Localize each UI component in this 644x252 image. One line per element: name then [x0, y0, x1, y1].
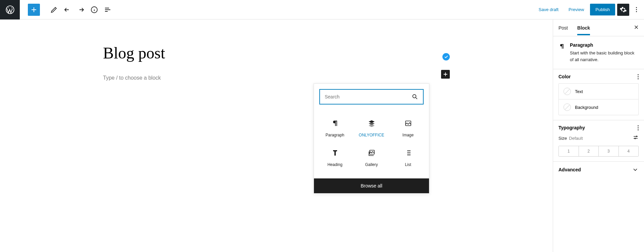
block-inserter-popup: Paragraph ONLYOFFICE Image Heading Galle… — [314, 83, 429, 194]
inserter-search-input[interactable] — [325, 94, 412, 99]
color-panel-title: Color — [558, 74, 571, 79]
editor-canvas: Blog post Type / to choose a block Parag… — [0, 19, 553, 252]
more-options-button[interactable] — [631, 2, 641, 17]
close-panel-button[interactable] — [633, 24, 639, 31]
image-icon — [404, 119, 412, 127]
toolbar-tools — [48, 4, 114, 16]
sidebar-tabs: Post Block — [553, 19, 644, 36]
svg-point-6 — [635, 138, 636, 139]
color-row-label: Text — [575, 89, 583, 94]
color-row-background[interactable]: Background — [559, 99, 638, 115]
block-item-label: Paragraph — [325, 133, 344, 137]
block-info: Paragraph Start with the basic building … — [553, 36, 644, 69]
inserter-block-grid: Paragraph ONLYOFFICE Image Heading Galle… — [314, 110, 429, 178]
settings-button[interactable] — [617, 4, 629, 16]
browse-all-button[interactable]: Browse all — [314, 178, 429, 193]
accessibility-check-badge[interactable] — [442, 53, 450, 60]
size-value: Default — [569, 136, 583, 141]
advanced-panel-title: Advanced — [558, 167, 581, 172]
size-preset-buttons: 1 2 3 4 — [558, 146, 639, 157]
outline-button[interactable] — [102, 4, 114, 16]
more-vertical-icon — [638, 74, 639, 79]
undo-icon — [63, 6, 71, 14]
paragraph-icon — [558, 42, 565, 63]
color-row-text[interactable]: Text — [559, 84, 638, 99]
custom-size-toggle[interactable] — [633, 134, 639, 142]
info-button[interactable] — [88, 4, 100, 16]
block-item-label: ONLYOFFICE — [359, 133, 384, 137]
color-panel-options[interactable] — [638, 74, 639, 79]
gear-icon — [620, 6, 627, 13]
block-item-onlyoffice[interactable]: ONLYOFFICE — [353, 113, 390, 143]
more-vertical-icon — [636, 7, 637, 12]
svg-point-5 — [636, 136, 637, 137]
edit-tool-button[interactable] — [48, 4, 60, 16]
color-panel: Color Text Background — [553, 69, 644, 120]
plus-icon — [30, 6, 38, 14]
onlyoffice-icon — [368, 119, 376, 127]
size-preset-1[interactable]: 1 — [559, 146, 579, 156]
tab-block[interactable]: Block — [577, 20, 590, 35]
info-icon — [90, 6, 98, 14]
sliders-icon — [633, 134, 639, 140]
typography-panel-options[interactable] — [638, 125, 639, 130]
typography-panel-title: Typography — [558, 125, 585, 130]
gallery-icon — [368, 149, 376, 157]
block-item-heading[interactable]: Heading — [317, 143, 353, 172]
tab-post[interactable]: Post — [558, 20, 568, 35]
search-icon — [412, 93, 418, 100]
size-preset-4[interactable]: 4 — [619, 146, 639, 156]
size-label: Size — [558, 136, 567, 141]
size-preset-3[interactable]: 3 — [599, 146, 619, 156]
paragraph-icon — [331, 119, 339, 127]
typography-panel: Typography Size Default 1 2 3 4 — [553, 120, 644, 162]
color-row-label: Background — [575, 105, 598, 110]
list-view-icon — [104, 6, 112, 14]
block-item-image[interactable]: Image — [390, 113, 426, 143]
block-placeholder[interactable]: Type / to choose a block — [103, 75, 553, 81]
font-size-control: Size Default — [558, 134, 639, 142]
inserter-search[interactable] — [319, 89, 424, 104]
heading-icon — [331, 149, 339, 157]
chevron-down-icon — [632, 166, 639, 173]
redo-icon — [77, 6, 85, 14]
size-preset-2[interactable]: 2 — [579, 146, 599, 156]
block-item-label: Gallery — [365, 162, 378, 167]
close-icon — [633, 24, 639, 30]
block-item-label: List — [405, 162, 411, 167]
list-icon — [404, 149, 412, 157]
toolbar-left — [0, 0, 114, 19]
save-draft-button[interactable]: Save draft — [535, 4, 562, 15]
redo-button[interactable] — [75, 4, 87, 16]
add-block-button[interactable] — [28, 4, 40, 16]
publish-button[interactable]: Publish — [590, 4, 615, 15]
block-info-title: Paragraph — [570, 42, 639, 48]
plus-icon — [442, 71, 449, 78]
advanced-panel[interactable]: Advanced — [553, 162, 644, 178]
settings-sidebar: Post Block Paragraph Start with the basi… — [553, 19, 644, 252]
block-item-label: Image — [402, 133, 414, 137]
wordpress-logo[interactable] — [0, 0, 20, 19]
svg-point-2 — [413, 94, 416, 98]
empty-swatch-icon — [564, 88, 571, 95]
empty-swatch-icon — [564, 103, 571, 111]
block-item-paragraph[interactable]: Paragraph — [317, 113, 353, 143]
block-item-label: Heading — [327, 162, 342, 167]
more-vertical-icon — [638, 125, 639, 130]
pencil-icon — [50, 6, 58, 14]
preview-button[interactable]: Preview — [565, 4, 588, 15]
top-toolbar: Save draft Preview Publish — [0, 0, 644, 19]
block-info-text: Paragraph Start with the basic building … — [570, 42, 639, 63]
block-item-gallery[interactable]: Gallery — [353, 143, 390, 172]
inline-add-block-button[interactable] — [441, 70, 450, 79]
block-item-list[interactable]: List — [390, 143, 426, 172]
main-area: Blog post Type / to choose a block Parag… — [0, 19, 644, 252]
check-icon — [444, 54, 448, 59]
toolbar-right: Save draft Preview Publish — [535, 2, 641, 17]
block-info-desc: Start with the basic building block of a… — [570, 50, 639, 63]
color-options: Text Background — [558, 83, 639, 115]
wordpress-icon — [5, 5, 15, 14]
undo-button[interactable] — [61, 4, 73, 16]
post-title[interactable]: Blog post — [103, 44, 553, 62]
